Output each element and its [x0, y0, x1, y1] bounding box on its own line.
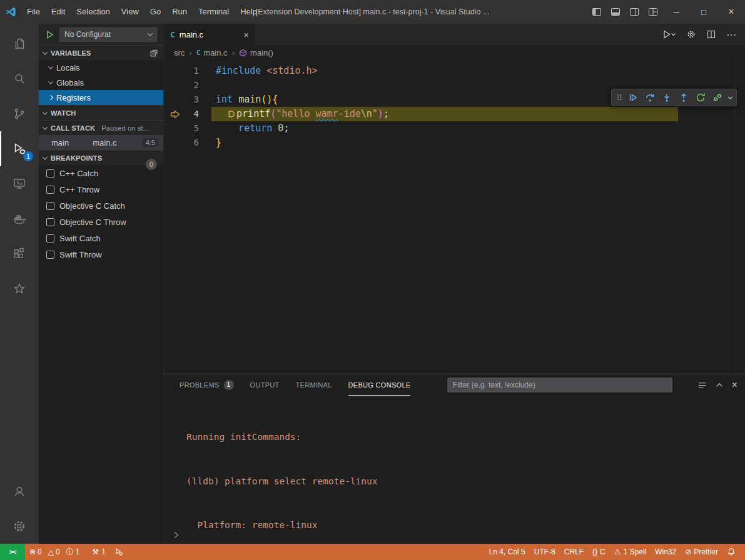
- breakpoint-checkbox[interactable]: [46, 202, 54, 210]
- debug-config-dropdown[interactable]: No Configurat: [59, 28, 157, 42]
- menu-run[interactable]: Run: [166, 0, 193, 24]
- chevron-down-icon: [48, 79, 53, 84]
- callstack-frame-row[interactable]: main main.c 4:5: [39, 135, 163, 150]
- breakpoint-row[interactable]: Objective C Throw: [39, 214, 163, 230]
- menu-view[interactable]: View: [116, 0, 144, 24]
- breakpoint-checkbox[interactable]: [46, 251, 54, 259]
- close-button[interactable]: ×: [717, 0, 745, 24]
- inline-breakpoint-icon[interactable]: [227, 110, 235, 118]
- step-into-button[interactable]: [659, 90, 674, 105]
- breadcrumb-file[interactable]: Cmain.c: [196, 48, 228, 58]
- menu-selection[interactable]: Selection: [71, 0, 115, 24]
- activity-run-and-debug[interactable]: 1: [0, 131, 39, 166]
- split-editor-button[interactable]: [706, 29, 716, 39]
- close-panel-button[interactable]: ×: [732, 379, 737, 391]
- gear-icon[interactable]: [686, 29, 696, 39]
- activity-settings[interactable]: [0, 509, 39, 544]
- close-tab-icon[interactable]: ×: [243, 29, 249, 40]
- breakpoint-checkbox[interactable]: [46, 169, 54, 178]
- disconnect-button[interactable]: [710, 90, 725, 105]
- console-filter-input[interactable]: [447, 378, 672, 392]
- maximize-button[interactable]: □: [690, 0, 717, 24]
- settings-gear-icon: [12, 519, 27, 534]
- breakpoint-checkbox[interactable]: [46, 218, 54, 226]
- code-token: }: [216, 137, 221, 148]
- debug-status[interactable]: [110, 544, 128, 560]
- remote-indicator[interactable]: ><: [0, 544, 25, 560]
- toggle-panel-button[interactable]: [606, 0, 625, 24]
- variables-header[interactable]: VARIABLES: [39, 45, 163, 60]
- glyph-margin[interactable]: [164, 64, 186, 78]
- problems-status[interactable]: ⊗0 △0 ⓘ1: [25, 544, 88, 560]
- watch-header[interactable]: WATCH: [39, 105, 163, 120]
- docker-icon: [12, 211, 27, 226]
- breakpoints-header[interactable]: BREAKPOINTS: [39, 150, 163, 165]
- breakpoint-checkbox[interactable]: [46, 234, 54, 242]
- step-over-button[interactable]: [642, 90, 657, 105]
- run-button[interactable]: [662, 29, 676, 39]
- tab-terminal[interactable]: TERMINAL: [296, 374, 332, 396]
- glyph-margin[interactable]: [164, 92, 186, 107]
- console-input-chevron-icon[interactable]: [173, 531, 180, 539]
- tab-main-c[interactable]: C main.c ×: [164, 24, 255, 45]
- activity-explorer[interactable]: [0, 26, 39, 61]
- code-text: return 0;: [211, 121, 289, 136]
- debug-config-row: No Configurat: [39, 24, 163, 45]
- debug-config-label: No Configurat: [64, 30, 111, 39]
- minimize-button[interactable]: ─: [662, 0, 690, 24]
- tab-output[interactable]: OUTPUT: [250, 374, 280, 396]
- step-out-button[interactable]: [676, 90, 691, 105]
- more-actions-button[interactable]: ⋯: [726, 29, 736, 41]
- tree-item-locals[interactable]: Locals: [39, 60, 163, 75]
- breakpoint-checkbox[interactable]: [46, 186, 54, 194]
- glyph-margin[interactable]: [164, 121, 186, 136]
- continue-button[interactable]: [626, 90, 641, 105]
- breadcrumb-symbol[interactable]: main(): [239, 48, 273, 58]
- activity-docker[interactable]: [0, 201, 39, 236]
- tools-status[interactable]: ⚒ 1: [88, 544, 109, 560]
- activity-bar-bottom: [0, 474, 39, 544]
- activity-search[interactable]: [0, 61, 39, 96]
- call-stack-body: main main.c 4:5 0: [39, 135, 163, 150]
- toggle-primary-sidebar-button[interactable]: [587, 0, 606, 24]
- tab-debug-console[interactable]: DEBUG CONSOLE: [348, 374, 411, 396]
- tab-problems[interactable]: PROBLEMS 1: [180, 374, 234, 396]
- files-icon: [12, 36, 27, 51]
- debug-session-menu-chevron[interactable]: [727, 95, 733, 101]
- breakpoint-row[interactable]: Objective C Catch: [39, 198, 163, 214]
- drag-handle-icon[interactable]: ⠿: [615, 93, 624, 102]
- call-stack-header[interactable]: CALL STACK Paused on st...: [39, 120, 163, 135]
- frame-position-badge: 4:5: [143, 138, 158, 147]
- maximize-panel-button[interactable]: [715, 381, 724, 389]
- start-debug-button[interactable]: [45, 30, 54, 39]
- breadcrumb-folder[interactable]: src: [174, 48, 185, 58]
- vscode-window: File Edit Selection View Go Run Terminal…: [0, 0, 745, 560]
- activity-source-control[interactable]: [0, 96, 39, 131]
- tree-item-registers[interactable]: Registers: [39, 90, 163, 105]
- misspelled-word: wamr: [316, 108, 338, 119]
- menu-edit[interactable]: Edit: [46, 0, 71, 24]
- activity-remote-explorer[interactable]: [0, 166, 39, 201]
- menu-bar: File Edit Selection View Go Run Terminal…: [21, 0, 263, 24]
- tree-item-globals[interactable]: Globals: [39, 75, 163, 90]
- restart-button[interactable]: [693, 90, 708, 105]
- menu-file[interactable]: File: [21, 0, 46, 24]
- activity-extensions[interactable]: [0, 236, 39, 271]
- toggle-secondary-sidebar-button[interactable]: [625, 0, 644, 24]
- menu-go[interactable]: Go: [144, 0, 166, 24]
- collapse-all-button[interactable]: [150, 49, 158, 58]
- activity-accounts[interactable]: [0, 474, 39, 509]
- customize-layout-button[interactable]: [644, 0, 662, 24]
- glyph-margin[interactable]: [164, 78, 186, 92]
- breakpoint-row[interactable]: C++ Throw: [39, 181, 163, 198]
- debug-console-output[interactable]: Running initCommands: (lldb) platform se…: [164, 396, 745, 560]
- breakpoint-row[interactable]: Swift Throw: [39, 246, 163, 262]
- breakpoint-row[interactable]: Swift Catch: [39, 230, 163, 246]
- glyph-margin[interactable]: [164, 107, 186, 121]
- menu-terminal[interactable]: Terminal: [193, 0, 235, 24]
- code-editor[interactable]: ⠿ 1 #include <stdio.h>: [164, 60, 745, 374]
- activity-favorites[interactable]: [0, 271, 39, 306]
- console-lines-icon[interactable]: [697, 381, 707, 390]
- breakpoint-row[interactable]: C++ Catch: [39, 165, 163, 181]
- glyph-margin[interactable]: [164, 136, 186, 150]
